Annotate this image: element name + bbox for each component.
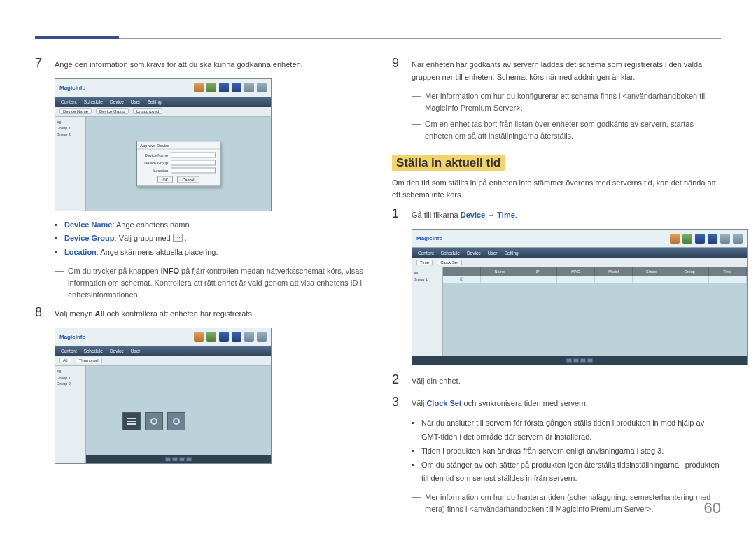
mock-menu: Content Schedule Device User (55, 346, 271, 356)
mock-menu-item: User (131, 349, 141, 353)
step-text: När enheten har godkänts av servern ladd… (412, 56, 721, 83)
toolbar-icon (206, 83, 216, 92)
keyword: Device Name (64, 220, 113, 229)
toolbar-icon (257, 332, 267, 342)
note-config: ― Mer information om hur du konfigurerar… (412, 90, 721, 114)
dash-icon: ― (412, 90, 421, 114)
step-text: Gå till flikarna Device → Time. (412, 206, 721, 222)
text-fragment: och synkronisera tiden med servern. (462, 399, 588, 407)
field-label: Device Name (141, 153, 168, 157)
col-header: Time (709, 267, 747, 276)
keyword-bold: All (94, 309, 104, 318)
keyword: Location (64, 248, 97, 256)
ok-button: OK (158, 176, 173, 183)
field-label: Device Group (141, 160, 168, 164)
mock-titlebar: MagicInfo (55, 79, 271, 97)
toolbar-icon (682, 234, 692, 244)
page-btn (172, 457, 178, 461)
right-column: 9 När enheten har godkänts av servern la… (392, 56, 721, 519)
power-icon (173, 418, 180, 425)
bullet-location: Location: Ange skärmens aktuella placeri… (55, 246, 364, 260)
step-number: 7 (35, 56, 46, 71)
toolbar-icon (206, 332, 216, 342)
col-header: Group (671, 267, 709, 276)
grid-cell (557, 276, 595, 283)
toolbar-pill: Time (416, 260, 433, 265)
grid-cell: ☑ (443, 276, 481, 283)
bullet-text: : Ange skärmens aktuella placering. (97, 248, 218, 256)
mock-menu: Content Schedule Device User Setting (55, 97, 271, 107)
header-accent (35, 36, 119, 39)
grid-cell (595, 276, 633, 283)
step-1-time: 1 Gå till flikarna Device → Time. (392, 206, 721, 222)
device-tile (167, 412, 186, 430)
mock-menu-item: User (488, 251, 498, 255)
step-7: 7 Ange den information som krävs för att… (35, 56, 364, 71)
dash-icon: ― (55, 265, 64, 301)
mock-grid-row: ☑ (443, 276, 747, 283)
power-icon (150, 418, 158, 425)
toolbar-pill: Clock Set (437, 260, 462, 265)
grid-cell (519, 276, 557, 283)
step-9: 9 När enheten har godkänts av servern la… (392, 56, 721, 83)
mock-sidebar: AllGroup 1Group 2 (55, 366, 86, 463)
device-tile (122, 412, 141, 430)
keyword: Time (497, 211, 514, 219)
bullet-item: Tiden i produkten kan ändras från server… (412, 444, 721, 458)
cancel-button: Cancel (177, 176, 199, 183)
keyword: Device Group (64, 234, 115, 242)
mock-pagination (412, 356, 747, 365)
keyword: Clock Set (426, 399, 461, 407)
toolbar-icon (219, 83, 229, 92)
bullet-item: När du ansluter till servern för första … (412, 416, 721, 444)
toolbar-icon (232, 83, 241, 92)
toolbar-icon (257, 83, 267, 92)
step-number: 3 (392, 395, 403, 410)
step-3-time: 3 Välj Clock Set och synkronisera tiden … (392, 395, 721, 410)
mock-menu-item: Content (61, 99, 77, 104)
mock-menu-item: Device (467, 251, 481, 255)
text-fragment: . (515, 211, 517, 219)
step-text: Välj din enhet. (412, 372, 721, 388)
page-btn (179, 457, 185, 461)
final-bullets: När du ansluter till servern för första … (412, 416, 721, 486)
ellipsis-button-icon (173, 234, 183, 242)
mock-tiles (122, 412, 186, 430)
note-info: ― Om du trycker på knappen INFO på fjärr… (55, 265, 364, 301)
mock-menu-item: Content (61, 349, 77, 353)
grid-cell (633, 276, 671, 283)
note-text: Om en enhet tas bort från listan över en… (425, 118, 721, 142)
mock-toolbar: Time Clock Set (412, 258, 747, 267)
field-bullets: Device Name: Ange enhetens namn. Device … (55, 218, 364, 260)
note-remove: ― Om en enhet tas bort från listan över … (412, 118, 721, 142)
toolbar-icon (194, 83, 204, 92)
bars-icon (127, 418, 136, 425)
mock-menu-item: Setting (505, 251, 519, 255)
text-field (171, 152, 216, 157)
toolbar-icon (244, 332, 254, 342)
step-text: Välj menyn All och kontrollera att enhet… (55, 305, 364, 321)
mock-grid-header: Name IP MAC Model Status Group Time (443, 267, 747, 276)
step-2-time: 2 Välj din enhet. (392, 372, 721, 388)
mock-pagination (86, 455, 271, 463)
toolbar-icon (219, 332, 229, 342)
col-header (443, 267, 481, 276)
mock-titlebar: MagicInfo (412, 230, 747, 248)
toolbar-icon (708, 234, 718, 244)
step-number: 1 (392, 206, 403, 222)
mock-logo: MagicInfo (59, 85, 85, 91)
page-btn (566, 358, 572, 363)
col-header: IP (519, 267, 557, 276)
toolbar-pill: Thumbnail (76, 358, 102, 363)
toolbar-icon (695, 234, 705, 244)
mock-toolbar: All Thumbnail (55, 356, 271, 366)
col-header: Model (595, 267, 633, 276)
mock-dialog: Approve Device Device Name Device Group … (136, 141, 220, 186)
mock-sidebar: AllGroup 1 (412, 267, 443, 365)
page-btn (165, 457, 171, 461)
dash-icon: ― (412, 491, 421, 515)
grid-cell (481, 276, 519, 283)
two-column-layout: 7 Ange den information som krävs för att… (35, 56, 721, 519)
mock-dialog-body: Device Name Device Group Location OK Can… (137, 149, 220, 185)
section-heading: Ställa in aktuell tid (392, 155, 505, 171)
